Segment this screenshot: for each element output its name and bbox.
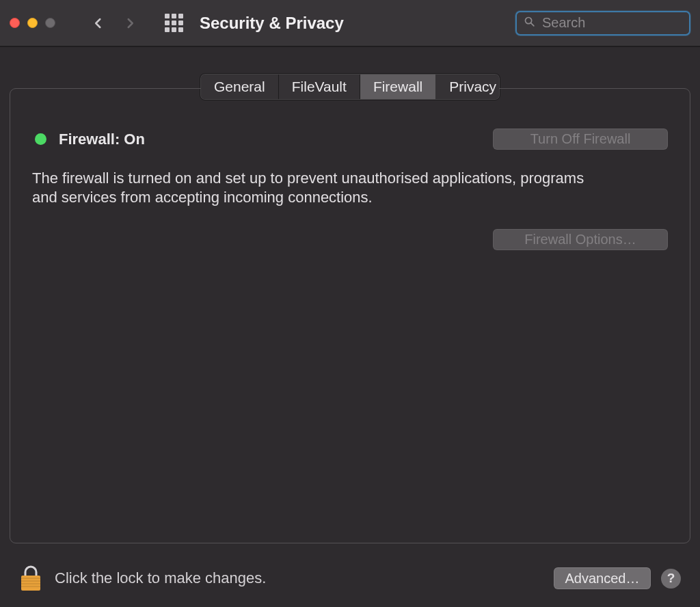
close-window-button[interactable]	[10, 18, 20, 28]
lock-hint-text: Click the lock to make changes.	[55, 569, 266, 587]
zoom-window-button[interactable]	[45, 18, 55, 28]
search-field[interactable]	[515, 11, 690, 36]
forward-button[interactable]	[124, 17, 136, 29]
tab-firewall[interactable]: Firewall	[360, 75, 436, 99]
window-controls	[10, 18, 55, 28]
advanced-button[interactable]: Advanced…	[554, 567, 651, 589]
search-input[interactable]	[542, 15, 700, 31]
footer: Click the lock to make changes. Advanced…	[0, 550, 700, 607]
svg-line-1	[531, 23, 534, 26]
page-title: Security & Privacy	[200, 14, 344, 33]
search-icon	[524, 16, 535, 30]
firewall-description: The firewall is turned on and set up to …	[32, 169, 600, 207]
turn-off-firewall-button[interactable]: Turn Off Firewall	[493, 129, 668, 150]
back-button[interactable]	[92, 17, 105, 29]
firewall-status-label: Firewall: On	[59, 131, 145, 148]
lock-icon[interactable]	[19, 565, 42, 592]
firewall-panel: Firewall: On Turn Off Firewall The firew…	[10, 88, 690, 543]
help-button[interactable]: ?	[661, 569, 681, 589]
titlebar: Security & Privacy	[0, 0, 700, 46]
nav-arrows	[92, 17, 136, 29]
content: General FileVault Firewall Privacy Firew…	[0, 46, 700, 543]
svg-rect-2	[21, 576, 40, 591]
firewall-options-button[interactable]: Firewall Options…	[493, 229, 668, 250]
status-indicator-icon	[35, 133, 46, 145]
tab-general[interactable]: General	[201, 75, 279, 99]
tab-bar: General FileVault Firewall Privacy	[200, 74, 500, 100]
firewall-status-row: Firewall: On Turn Off Firewall	[32, 129, 668, 150]
tab-privacy[interactable]: Privacy	[436, 75, 500, 99]
show-all-prefs-button[interactable]	[165, 14, 183, 32]
minimize-window-button[interactable]	[27, 18, 38, 28]
tab-filevault[interactable]: FileVault	[279, 75, 360, 99]
